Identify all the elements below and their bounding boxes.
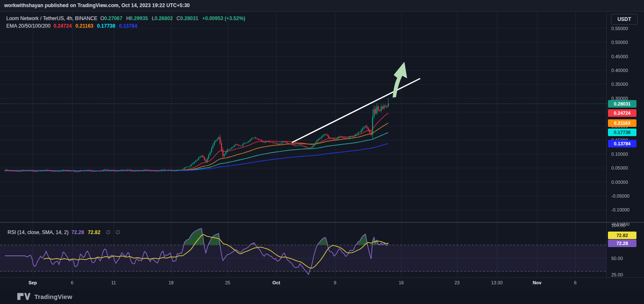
price-axis-label: -0.05000 xyxy=(611,193,629,199)
tradingview-published-chart: workwithshayan published on TradingView.… xyxy=(0,0,644,304)
rsi-badge: 72.28 xyxy=(608,240,636,247)
tradingview-logo-text: TradingView xyxy=(34,293,72,300)
time-axis-label: 11 xyxy=(111,280,116,285)
time-axis-label: 9 xyxy=(334,280,336,285)
candles-series xyxy=(4,98,389,173)
symbol-title[interactable]: Loom Network / TetherUS, 4h, BINANCE xyxy=(6,15,97,21)
time-axis-label: 25 xyxy=(225,280,230,285)
time-axis-label: 6 xyxy=(71,280,73,285)
rsi-axis-label: 100.00 xyxy=(611,222,626,229)
time-axis-label: 18 xyxy=(169,280,174,285)
arrow-drawing[interactable] xyxy=(393,62,408,98)
ema-50-line xyxy=(5,123,389,171)
ohlc-value: C0.28031 xyxy=(177,15,198,21)
ema20-price-badge: 0.24724 xyxy=(608,109,636,117)
ohlc-value: O0.27067 xyxy=(100,15,122,21)
rsi-value: 72.82 xyxy=(88,229,100,235)
rsi-axis-label: 50.00 xyxy=(611,255,623,262)
rsi-sma-badge: 72.82 xyxy=(608,232,636,239)
ohlc-value: L0.26802 xyxy=(152,15,173,21)
trendline-drawing[interactable] xyxy=(292,79,420,142)
time-axis-label: Sep xyxy=(29,280,37,285)
time-axis-label: 23 xyxy=(454,280,460,285)
ema-value: 0.13784 xyxy=(119,23,137,29)
time-axis-label: 6 xyxy=(574,280,576,285)
time-axis-label: Oct xyxy=(273,280,280,285)
tradingview-logo-icon xyxy=(17,291,31,301)
ema-value: 0.24724 xyxy=(53,23,71,29)
price-axis[interactable]: USDT 0.550000.500000.450000.400000.35000… xyxy=(606,12,644,277)
time-axis-label: 13:30 xyxy=(491,280,503,285)
ema100-price-badge: 0.17738 xyxy=(608,129,636,136)
price-axis-label: 0.00000 xyxy=(611,179,628,185)
grid xyxy=(0,12,606,277)
time-axis-label: Nov xyxy=(533,280,542,285)
change-value: +0.00953 (+3.52%) xyxy=(202,15,245,21)
tradingview-logo[interactable]: TradingView xyxy=(17,291,72,301)
rsi-legend-label[interactable]: RSI (14, close, SMA, 14, 2) xyxy=(8,229,68,235)
ema-legend[interactable]: EMA 20/50/100/2000.247240.211630.177380.… xyxy=(6,23,141,29)
ema-20-line xyxy=(5,113,389,171)
ema-value: 0.21163 xyxy=(75,23,93,29)
chart-canvas[interactable] xyxy=(0,12,606,277)
rsi-value: 72.28 xyxy=(71,229,84,235)
price-axis-label: 0.50000 xyxy=(611,39,628,46)
ohlc-value: H0.29935 xyxy=(126,15,148,21)
footer: TradingView xyxy=(0,289,644,304)
price-axis-label: 0.45000 xyxy=(611,53,628,60)
ema-value: 0.17738 xyxy=(97,23,115,29)
last-price-badge: 0.28031 xyxy=(608,100,636,108)
symbol-legend[interactable]: Loom Network / TetherUS, 4h, BINANCEO0.2… xyxy=(6,15,249,21)
price-axis-label: 0.35000 xyxy=(611,81,628,88)
time-axis[interactable]: Sep6111825Oct9162313:30Nov6 xyxy=(0,277,644,289)
chart-area: Loom Network / TetherUS, 4h, BINANCEO0.2… xyxy=(0,12,644,277)
currency-button[interactable]: USDT xyxy=(611,14,638,25)
price-axis-label: 0.05000 xyxy=(611,165,628,171)
price-axis-label: 0.40000 xyxy=(611,67,628,74)
rsi-overbought-fill xyxy=(184,229,204,245)
published-bar-text: workwithshayan published on TradingView.… xyxy=(0,0,190,11)
ema200-price-badge: 0.13784 xyxy=(608,140,636,147)
rsi-legend[interactable]: RSI (14, close, SMA, 14, 2)72.2872.82∅ ∅ xyxy=(8,229,122,235)
pane-divider[interactable] xyxy=(0,222,644,223)
price-axis-label: 0.55000 xyxy=(611,25,628,32)
price-axis-label: -0.10000 xyxy=(611,206,629,213)
ema50-price-badge: 0.21163 xyxy=(608,119,636,127)
price-axis-label: 0.10000 xyxy=(611,151,628,157)
published-bar: workwithshayan published on TradingView.… xyxy=(0,0,644,12)
ema-legend-label[interactable]: EMA 20/50/100/200 xyxy=(6,23,50,29)
time-axis-label: 16 xyxy=(399,280,404,285)
no-data-icon: ∅ ∅ xyxy=(106,229,122,235)
